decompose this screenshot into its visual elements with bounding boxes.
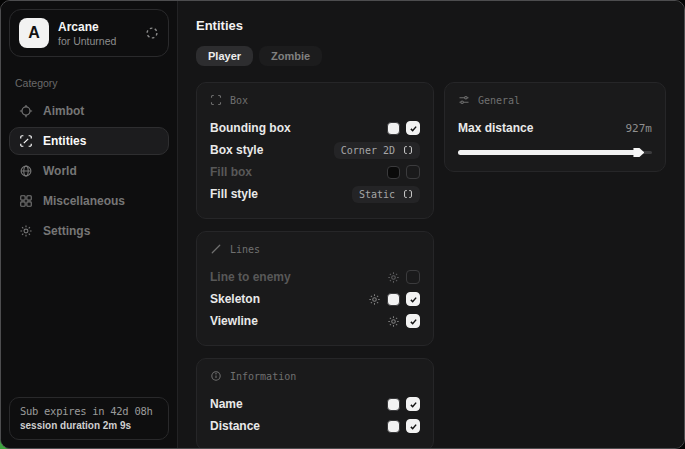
box-card-title: Box (230, 95, 248, 106)
sidebar-item-label: World (43, 164, 77, 178)
sidebar: A Arcane for Unturned Category (1, 1, 177, 448)
arcane-window: A Arcane for Unturned Category (0, 0, 685, 449)
sidebar-item-settings[interactable]: Settings (9, 217, 169, 245)
sidebar-item-entities[interactable]: Entities (9, 127, 169, 155)
sidebar-item-world[interactable]: World (9, 157, 169, 185)
left-column: Box Bounding box Box (196, 82, 434, 449)
color-swatch[interactable] (387, 293, 400, 306)
page-title: Entities (196, 18, 666, 33)
general-card-title: General (478, 95, 520, 106)
viewline-settings-gear-icon[interactable] (387, 315, 400, 328)
setting-row-fill-box: Fill box (210, 161, 420, 183)
lines-card-header: Lines (210, 243, 420, 255)
app-logo-card: A Arcane for Unturned (9, 9, 169, 57)
box-card: Box Bounding box Box (196, 82, 434, 219)
checkbox-fill-box[interactable] (406, 165, 420, 179)
screen: A Arcane for Unturned Category (0, 0, 685, 449)
setting-label: Max distance (458, 121, 533, 135)
max-distance-value: 927m (626, 122, 653, 135)
globe-icon (19, 164, 33, 178)
checkbox-bounding-box[interactable] (406, 121, 420, 135)
sync-loader-icon[interactable] (145, 26, 159, 40)
slider-thumb[interactable] (633, 148, 644, 157)
setting-row-bounding-box: Bounding box (210, 117, 420, 139)
sliders-icon (458, 94, 470, 106)
general-card-header: General (458, 94, 652, 106)
checkbox-distance[interactable] (406, 419, 420, 433)
information-card: Information Name Dis (196, 358, 434, 449)
app-title-block: Arcane for Unturned (58, 20, 116, 47)
setting-label: Line to enemy (210, 270, 291, 284)
box-style-dropdown[interactable]: Corner 2D (334, 142, 420, 159)
dropdown-value: Static (359, 189, 395, 200)
lines-card: Lines Line to enemy (196, 231, 434, 346)
setting-row-skeleton: Skeleton (210, 288, 420, 310)
sidebar-item-label: Settings (43, 224, 90, 238)
color-swatch[interactable] (387, 122, 400, 135)
app-logo: A (19, 18, 49, 48)
info-icon (210, 370, 222, 382)
fill-style-dropdown[interactable]: Static (352, 186, 420, 203)
main-panel: Entities Player Zombie (177, 1, 684, 448)
checkbox-skeleton[interactable] (406, 292, 420, 306)
information-card-header: Information (210, 370, 420, 382)
color-swatch[interactable] (387, 398, 400, 411)
setting-row-fill-style: Fill style Static (210, 183, 420, 205)
app-subtitle: for Unturned (58, 35, 116, 47)
dropdown-value: Corner 2D (341, 145, 395, 156)
setting-label: Box style (210, 143, 263, 157)
setting-row-box-style: Box style Corner 2D (210, 139, 420, 161)
setting-label: Fill style (210, 187, 258, 201)
box-scan-icon (210, 94, 222, 106)
tab-player[interactable]: Player (196, 46, 253, 66)
line-to-enemy-settings-gear-icon[interactable] (387, 271, 400, 284)
setting-label: Distance (210, 419, 260, 433)
app-name: Arcane (58, 20, 116, 34)
setting-row-name: Name (210, 393, 420, 415)
checkbox-viewline[interactable] (406, 314, 420, 328)
sidebar-item-miscellaneous[interactable]: Miscellaneous (9, 187, 169, 215)
sub-expiry-text: Sub expires in 42d 08h (20, 405, 158, 417)
setting-row-max-distance: Max distance 927m (458, 117, 652, 139)
general-card: General Max distance 927m (444, 82, 666, 172)
setting-label: Fill box (210, 165, 252, 179)
selector-brackets-icon (403, 189, 413, 199)
setting-row-viewline: Viewline (210, 310, 420, 332)
box-card-header: Box (210, 94, 420, 106)
grid-icon (19, 194, 33, 208)
max-distance-slider[interactable] (458, 146, 652, 158)
gear-icon (19, 224, 33, 238)
entity-tabs: Player Zombie (196, 46, 666, 66)
color-swatch[interactable] (387, 166, 400, 179)
slider-fill (458, 150, 638, 155)
sidebar-item-aimbot[interactable]: Aimbot (9, 97, 169, 125)
sidebar-item-label: Entities (43, 134, 86, 148)
tab-zombie[interactable]: Zombie (259, 46, 322, 66)
category-label: Category (15, 77, 163, 89)
setting-label: Skeleton (210, 292, 260, 306)
setting-row-line-to-enemy: Line to enemy (210, 266, 420, 288)
subscription-status-card: Sub expires in 42d 08h session duration … (9, 397, 169, 440)
checkbox-name[interactable] (406, 397, 420, 411)
sidebar-item-label: Aimbot (43, 104, 84, 118)
setting-label: Bounding box (210, 121, 291, 135)
setting-row-distance: Distance (210, 415, 420, 437)
skeleton-settings-gear-icon[interactable] (368, 293, 381, 306)
diagonal-line-icon (210, 243, 222, 255)
session-duration-text: session duration 2m 9s (20, 420, 158, 431)
sidebar-nav: Aimbot Entities (9, 97, 169, 245)
crosshair-icon (19, 104, 33, 118)
color-swatch[interactable] (387, 420, 400, 433)
information-card-title: Information (230, 371, 296, 382)
sidebar-item-label: Miscellaneous (43, 194, 125, 208)
selector-brackets-icon (403, 145, 413, 155)
content-area: Box Bounding box Box (196, 82, 666, 449)
setting-label: Viewline (210, 314, 258, 328)
right-column: General Max distance 927m (444, 82, 666, 172)
setting-label: Name (210, 397, 243, 411)
checkbox-line-to-enemy[interactable] (406, 270, 420, 284)
lines-card-title: Lines (230, 244, 260, 255)
entities-scan-icon (19, 134, 33, 148)
